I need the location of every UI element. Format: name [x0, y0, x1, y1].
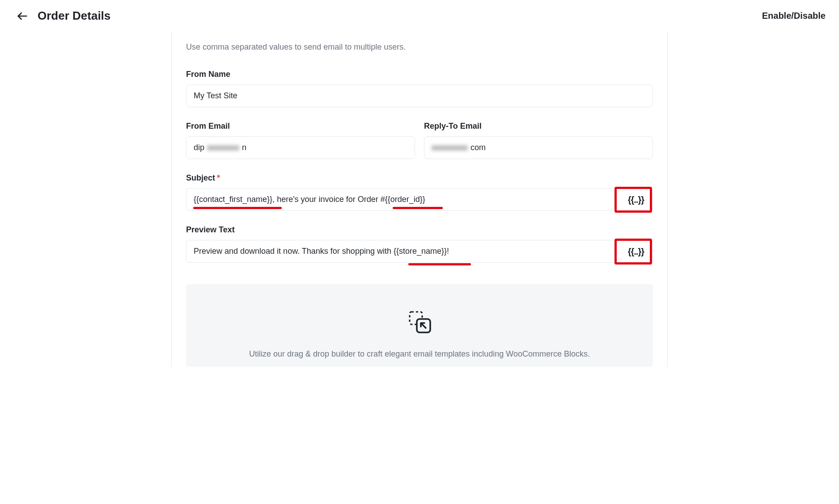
content-wrap: Use comma separated values to send email…: [0, 32, 839, 367]
multi-email-hint: Use comma separated values to send email…: [186, 32, 653, 55]
subject-merge-tag-button[interactable]: {{..}}: [623, 193, 648, 206]
from-email-label: From Email: [186, 122, 415, 131]
from-email-prefix: dip: [194, 143, 204, 152]
required-star-icon: *: [217, 173, 220, 182]
header-left: Order Details: [16, 9, 110, 23]
reply-to-label: Reply-To Email: [424, 122, 653, 131]
from-email-group: From Email dip xxxxxxxx n: [186, 122, 415, 159]
settings-panel: Use comma separated values to send email…: [171, 32, 668, 367]
from-name-label: From Name: [186, 70, 653, 79]
preview-text-group: Preview Text {{..}}: [186, 225, 653, 263]
subject-input-wrap: {{..}}: [186, 188, 653, 211]
subject-label: Subject*: [186, 173, 653, 183]
preview-merge-tag-button[interactable]: {{..}}: [623, 244, 648, 258]
reply-to-input[interactable]: xxxxxxxxx com: [424, 136, 653, 159]
from-email-masked: xxxxxxxx: [207, 143, 239, 152]
subject-label-text: Subject: [186, 173, 215, 182]
from-name-input[interactable]: [186, 84, 653, 107]
from-email-suffix: n: [242, 143, 246, 152]
page-title: Order Details: [38, 9, 110, 23]
subject-input[interactable]: [186, 188, 653, 211]
email-row: From Email dip xxxxxxxx n Reply-To Email…: [186, 122, 653, 159]
underline-annotation-icon: [408, 263, 471, 265]
from-name-group: From Name: [186, 70, 653, 107]
page-header: Order Details Enable/Disable: [0, 0, 839, 32]
back-arrow-icon[interactable]: [16, 10, 29, 22]
preview-text-label: Preview Text: [186, 225, 653, 235]
preview-text-input-wrap: {{..}}: [186, 240, 653, 263]
reply-to-suffix: com: [470, 143, 486, 152]
builder-promo-text: Utilize our drag & drop builder to craft…: [204, 349, 635, 359]
from-email-input[interactable]: dip xxxxxxxx n: [186, 136, 415, 159]
drag-drop-icon: [204, 309, 635, 336]
reply-to-group: Reply-To Email xxxxxxxxx com: [424, 122, 653, 159]
enable-disable-toggle[interactable]: Enable/Disable: [762, 11, 826, 21]
reply-to-masked: xxxxxxxxx: [432, 143, 468, 152]
subject-group: Subject* {{..}}: [186, 173, 653, 211]
builder-promo: Utilize our drag & drop builder to craft…: [186, 284, 653, 367]
preview-text-input[interactable]: [186, 240, 653, 263]
